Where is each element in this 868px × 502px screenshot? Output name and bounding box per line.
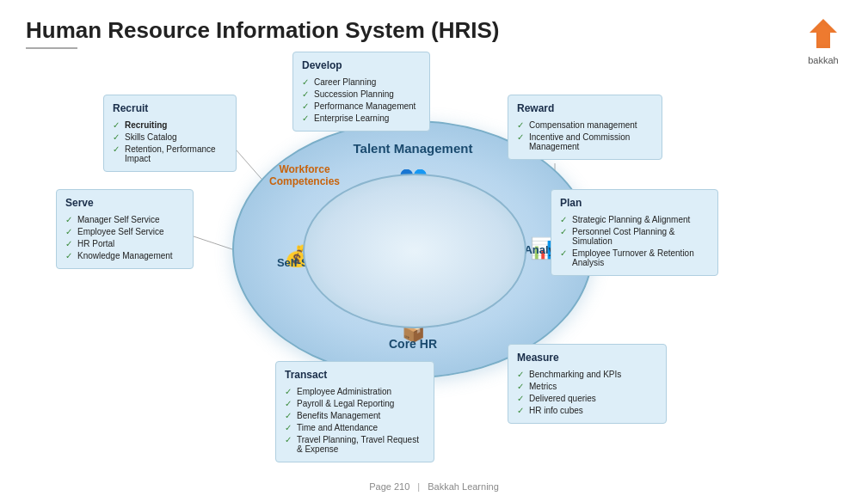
serve-box-title: Serve xyxy=(65,197,184,209)
list-item: Manager Self Service xyxy=(65,213,184,225)
list-item: Career Planning xyxy=(302,76,421,88)
list-item: Enterprise Learning xyxy=(302,112,421,124)
transact-box-title: Transact xyxy=(285,369,425,381)
list-item: Time and Attendance xyxy=(285,421,425,433)
list-item: HR Portal xyxy=(65,237,184,249)
diagram-area: Talent Management 👥 💰 📊 📦 Self-Services … xyxy=(0,52,868,490)
list-item: Retention, Performance Impact xyxy=(113,143,227,164)
core-hr-label: Core HR xyxy=(389,337,437,351)
list-item: Performance Management xyxy=(302,100,421,112)
bakkah-logo-icon xyxy=(804,17,842,50)
list-item: Metrics xyxy=(517,380,657,392)
list-item: Payroll & Legal Reporting xyxy=(285,397,425,409)
list-item: Benchmarking and KPIs xyxy=(517,368,657,380)
page-title: Human Resource Information System (HRIS) xyxy=(26,17,842,44)
page: bakkah Human Resource Information System… xyxy=(0,0,868,502)
develop-box-title: Develop xyxy=(302,59,421,71)
title-underline xyxy=(26,47,77,49)
footer-company: Bakkah Learning xyxy=(428,481,499,492)
transact-list: Employee Administration Payroll & Legal … xyxy=(285,385,425,455)
list-item: Succession Planning xyxy=(302,88,421,100)
measure-list: Benchmarking and KPIs Metrics Delivered … xyxy=(517,368,657,416)
list-item: Employee Self Service xyxy=(65,225,184,237)
list-item: Employee Administration xyxy=(285,385,425,397)
list-item: Benefits Management xyxy=(285,409,425,421)
list-item: Personnel Cost Planning & Simulation xyxy=(560,225,709,247)
list-item: Incentive and Commission Management xyxy=(517,131,653,152)
serve-box: Serve Manager Self Service Employee Self… xyxy=(56,189,194,269)
footer: Page 210 | Bakkah Learning xyxy=(0,481,868,492)
measure-box: Measure Benchmarking and KPIs Metrics De… xyxy=(508,344,667,424)
plan-box: Plan Strategic Planning & Alignment Pers… xyxy=(551,189,718,276)
list-item: Employee Turnover & Retention Analysis xyxy=(560,247,709,268)
measure-box-title: Measure xyxy=(517,352,657,364)
list-item: Strategic Planning & Alignment xyxy=(560,213,709,225)
develop-box: Develop Career Planning Succession Plann… xyxy=(292,52,430,132)
reward-list: Compensation management Incentive and Co… xyxy=(517,119,653,152)
develop-list: Career Planning Succession Planning Perf… xyxy=(302,76,421,124)
footer-page: Page 210 xyxy=(369,481,409,492)
transact-box: Transact Employee Administration Payroll… xyxy=(275,361,434,462)
talent-management-label: Talent Management xyxy=(354,141,473,156)
plan-list: Strategic Planning & Alignment Personnel… xyxy=(560,213,709,268)
recruit-box: Recruit Recruiting Skills Catalog Retent… xyxy=(103,95,237,172)
list-item: Recruiting xyxy=(113,119,227,131)
list-item: Delivered queries xyxy=(517,392,657,404)
list-item: Knowledge Management xyxy=(65,249,184,261)
serve-list: Manager Self Service Employee Self Servi… xyxy=(65,213,184,261)
reward-box-title: Reward xyxy=(517,102,653,114)
footer-divider: | xyxy=(417,481,420,492)
list-item: Skills Catalog xyxy=(113,131,227,143)
recruit-list: Recruiting Skills Catalog Retention, Per… xyxy=(113,119,227,164)
list-item: HR info cubes xyxy=(517,404,657,416)
list-item: Compensation management xyxy=(517,119,653,131)
recruit-box-title: Recruit xyxy=(113,102,227,114)
list-item: Travel Planning, Travel Request & Expens… xyxy=(285,433,425,455)
oval-inner: WorkforceCompetencies xyxy=(303,174,526,328)
plan-box-title: Plan xyxy=(560,197,709,209)
reward-box: Reward Compensation management Incentive… xyxy=(508,95,662,160)
